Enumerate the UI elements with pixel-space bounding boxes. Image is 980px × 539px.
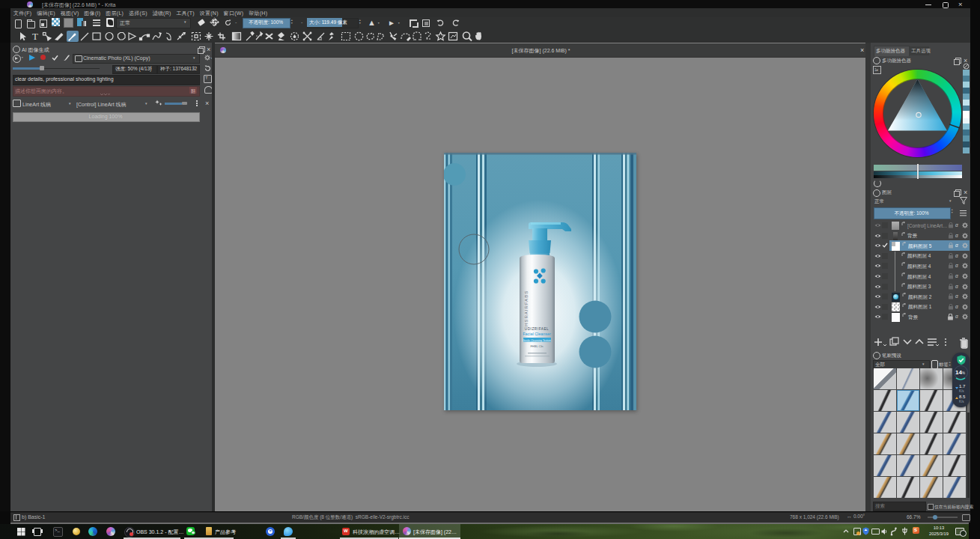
svg-text:Facial Cleanser: Facial Cleanser [523,332,551,336]
svg-text:Gentle Cleansing Texture: Gentle Cleansing Texture [523,339,551,342]
svg-text:FHBL Cln: FHBL Cln [530,344,543,348]
svg-text:HSRAIRFABS: HSRAIRFABS [523,290,529,326]
svg-text:UDIZRIFAEL: UDIZRIFAEL [525,327,550,331]
svg-text:T: T [32,31,38,42]
